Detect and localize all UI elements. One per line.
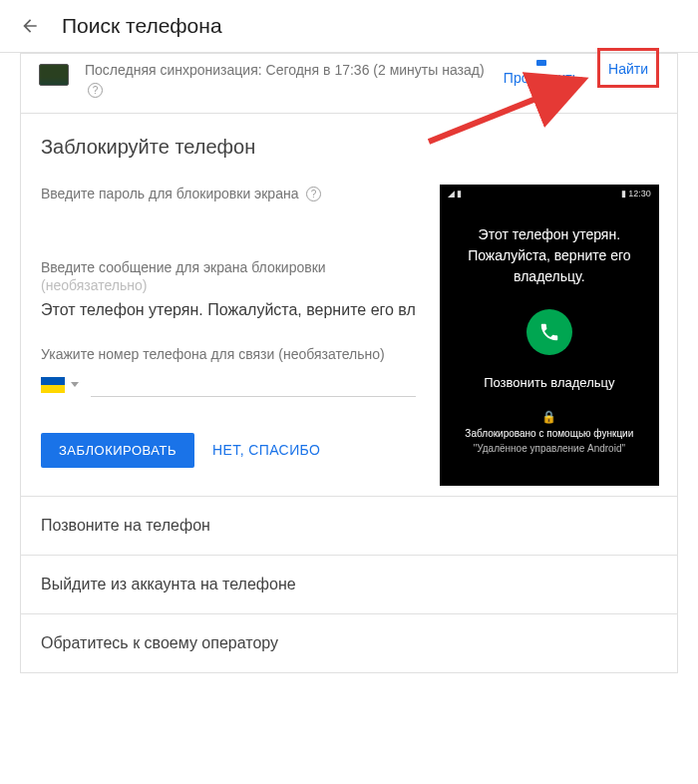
- message-block: Введите сообщение для экрана блокировки …: [41, 258, 416, 320]
- back-arrow-icon[interactable]: [20, 16, 40, 36]
- status-signal-icon: ◢ ▮: [448, 189, 463, 198]
- phone-row: [41, 377, 416, 397]
- phone-lockscreen-preview: ◢ ▮ ▮ 12:30 Этот телефон утерян. Пожалуй…: [440, 185, 659, 486]
- main-card: Заблокируйте телефон Введите пароль для …: [20, 113, 678, 673]
- locked-line2: "Удалённое управление Android": [452, 443, 647, 454]
- help-icon[interactable]: ?: [306, 187, 321, 201]
- no-thanks-button[interactable]: НЕТ, СПАСИБО: [212, 442, 320, 458]
- phone-block: Укажите номер телефона для связи (необяз…: [41, 345, 416, 397]
- lock-buttons: ЗАБЛОКИРОВАТЬ НЕТ, СПАСИБО: [41, 433, 416, 468]
- password-block: Введите пароль для блокировки экрана ?: [41, 185, 416, 204]
- help-icon[interactable]: ?: [88, 83, 103, 98]
- chevron-down-icon: [71, 382, 79, 387]
- option-contact-carrier[interactable]: Обратитесь к своему оператору: [21, 613, 677, 672]
- device-actions: Прозвонить Найти: [504, 60, 659, 99]
- lock-button[interactable]: ЗАБЛОКИРОВАТЬ: [41, 433, 194, 468]
- password-label: Введите пароль для блокировки экрана: [41, 186, 298, 201]
- form-left: Введите пароль для блокировки экрана ? В…: [41, 185, 416, 468]
- message-label: Введите сообщение для экрана блокировки: [41, 258, 416, 278]
- ring-icon: [536, 60, 546, 66]
- device-thumbnail-icon: [39, 64, 69, 86]
- ring-action[interactable]: Прозвонить: [504, 60, 579, 86]
- preview-message: Этот телефон утерян. Пожалуйста, верните…: [452, 224, 647, 287]
- ring-label: Прозвонить: [504, 70, 579, 86]
- message-optional: (необязательно): [41, 277, 416, 293]
- option-call-phone[interactable]: Позвоните на телефон: [21, 496, 677, 555]
- device-summary: Последняя синхронизация: Сегодня в 17:36…: [20, 53, 678, 113]
- app-header: Поиск телефона: [0, 0, 698, 53]
- country-flag-selector[interactable]: [41, 377, 79, 397]
- preview-locked-text: 🔒 Заблокировано с помощью функции "Удалё…: [452, 410, 647, 454]
- device-info: Последняя синхронизация: Сегодня в 17:36…: [85, 60, 490, 99]
- phone-icon: [538, 321, 560, 343]
- find-action[interactable]: Найти: [597, 48, 659, 88]
- phone-label: Укажите номер телефона для связи (необяз…: [41, 345, 416, 365]
- lock-section: Заблокируйте телефон Введите пароль для …: [21, 114, 677, 496]
- message-input[interactable]: Этот телефон утерян. Пожалуйста, верните…: [41, 301, 416, 319]
- lock-title: Заблокируйте телефон: [41, 136, 657, 159]
- phone-input[interactable]: [91, 379, 416, 397]
- find-label: Найти: [608, 61, 648, 77]
- status-time: ▮ 12:30: [621, 189, 651, 198]
- locked-line1: Заблокировано с помощью функции: [452, 428, 647, 439]
- flag-icon: [41, 377, 65, 393]
- option-sign-out[interactable]: Выйдите из аккаунта на телефоне: [21, 555, 677, 613]
- preview-call-owner: Позвонить владельцу: [452, 375, 647, 390]
- sync-text: Последняя синхронизация: Сегодня в 17:36…: [85, 62, 485, 78]
- page-title: Поиск телефона: [62, 14, 222, 38]
- lock-icon: 🔒: [452, 410, 647, 424]
- call-owner-button: [526, 309, 572, 355]
- lock-form: Введите пароль для блокировки экрана ? В…: [41, 185, 657, 486]
